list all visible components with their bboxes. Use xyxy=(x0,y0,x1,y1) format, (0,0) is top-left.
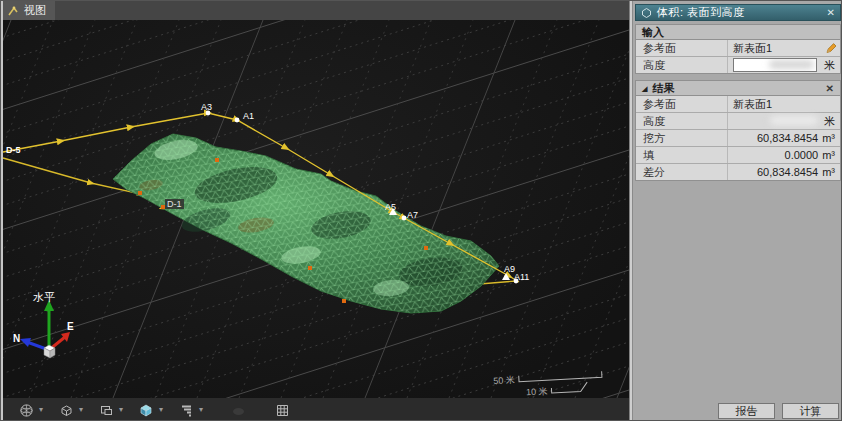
point-label-a1: A1 xyxy=(243,111,254,121)
panel-buttons: 报告 计算 xyxy=(718,403,839,419)
result-reference-value: 新表面1 xyxy=(733,97,772,112)
height-input-unit: 米 xyxy=(824,58,835,73)
blue-cube-icon xyxy=(138,402,154,418)
compass-north-label: N xyxy=(13,333,20,344)
scale-minor-label: 10 米 xyxy=(526,386,548,397)
result-cut-value: 60,834.8454 xyxy=(757,132,818,144)
solid-view-caret[interactable]: ▾ xyxy=(159,406,163,414)
terrain-mesh-surface[interactable] xyxy=(113,134,499,313)
compass-origin-cube xyxy=(44,345,55,358)
view-toolbar: ▾ ▾ ▾ xyxy=(1,398,629,421)
height-input-row: 高度 米 xyxy=(636,57,840,73)
viewport-3d[interactable]: A3 A1 D-5 A5 A7 A9 A11 D-1 xyxy=(1,20,629,398)
point-label-a7: A7 xyxy=(407,210,418,220)
point-label-d5: D-5 xyxy=(6,145,21,155)
view-box-caret[interactable]: ▾ xyxy=(79,406,83,414)
panel-title: 体积: 表面到高度 xyxy=(657,5,822,20)
input-section-header[interactable]: 输入 xyxy=(635,24,841,39)
reference-surface-label: 参考面 xyxy=(636,41,727,56)
result-fill-unit: m³ xyxy=(822,149,835,161)
edit-pencil-icon[interactable] xyxy=(825,42,837,54)
result-difference-value: 60,834.8454 xyxy=(757,166,818,178)
clear-results-icon[interactable]: ✕ xyxy=(826,83,834,94)
filter-caret[interactable]: ▾ xyxy=(199,406,203,414)
scale-bars: 50 米 10 米 xyxy=(493,370,603,398)
filter-button[interactable] xyxy=(177,401,195,419)
viewport-layout-button[interactable] xyxy=(97,401,115,419)
collapse-triangle-icon[interactable]: ◢ xyxy=(642,85,647,92)
tab-view[interactable]: 视图 xyxy=(1,1,55,20)
box-wireframe-icon xyxy=(59,403,74,418)
filter-icon xyxy=(179,403,194,418)
result-cut-label: 挖方 xyxy=(636,131,727,146)
height-input-label: 高度 xyxy=(636,58,727,73)
height-input-cell: 米 xyxy=(727,57,840,73)
result-cut-unit: m³ xyxy=(822,132,835,144)
result-height-label: 高度 xyxy=(636,114,727,129)
result-row-reference: 参考面 新表面1 xyxy=(636,96,840,113)
result-reference-label: 参考面 xyxy=(636,97,727,112)
results-section-label: 结果 xyxy=(652,81,674,96)
reference-surface-text: 新表面1 xyxy=(733,41,772,56)
volume-panel-icon xyxy=(641,7,652,18)
volume-command-panel: 体积: 表面到高度 ✕ 输入 参考面 新表面1 高度 xyxy=(633,1,842,421)
result-height-blur xyxy=(770,116,818,125)
point-label-a3: A3 xyxy=(201,102,212,112)
result-fill-value: 0.0000 xyxy=(785,149,819,161)
result-row-cut: 挖方 60,834.8454 m³ xyxy=(636,130,840,147)
height-input-blur xyxy=(769,60,814,69)
disabled-tool-button xyxy=(229,401,247,419)
application-window: 视图 xyxy=(0,0,842,421)
compass-east-label: E xyxy=(67,321,74,332)
render-mode-button[interactable] xyxy=(17,401,35,419)
reference-surface-value[interactable]: 新表面1 xyxy=(727,40,840,56)
render-mode-caret[interactable]: ▾ xyxy=(39,406,43,414)
result-fill-label: 填 xyxy=(636,148,727,163)
view-box-button[interactable] xyxy=(57,401,75,419)
point-label-d1-group: D-1 xyxy=(165,199,184,209)
orientation-compass[interactable]: 水平 N E xyxy=(13,291,74,358)
result-difference-label: 差分 xyxy=(636,165,727,180)
viewport-layout-caret[interactable]: ▾ xyxy=(119,406,123,414)
result-row-fill: 填 0.0000 m³ xyxy=(636,147,840,164)
panel-close-icon[interactable]: ✕ xyxy=(827,7,835,18)
render-sphere-icon xyxy=(19,403,34,418)
tab-view-label: 视图 xyxy=(24,3,46,18)
grid-icon xyxy=(275,403,290,418)
grid-toggle-button[interactable] xyxy=(273,401,291,419)
results-section-header[interactable]: ◢ 结果 ✕ xyxy=(635,80,841,95)
results-section-rows: 参考面 新表面1 高度 米 挖方 60,834.8454 m³ xyxy=(635,95,841,181)
view-pane: 视图 xyxy=(1,1,629,421)
dim-cloud-icon xyxy=(231,403,246,418)
window-edge xyxy=(1,1,3,421)
result-row-difference: 差分 60,834.8454 m³ xyxy=(636,164,840,180)
input-section-label: 输入 xyxy=(642,25,664,40)
report-button[interactable]: 报告 xyxy=(718,403,775,419)
compass-up-label: 水平 xyxy=(33,291,55,303)
point-label-d1: D-1 xyxy=(167,199,182,209)
scale-major-label: 50 米 xyxy=(493,375,515,386)
reference-surface-row: 参考面 新表面1 xyxy=(636,40,840,57)
result-height-unit: 米 xyxy=(824,114,835,129)
calculate-button[interactable]: 计算 xyxy=(782,403,839,419)
view-tabbar: 视图 xyxy=(1,1,629,20)
input-section-rows: 参考面 新表面1 高度 米 xyxy=(635,39,841,74)
result-difference-unit: m³ xyxy=(822,166,835,178)
result-row-height: 高度 米 xyxy=(636,113,840,130)
height-input-field[interactable] xyxy=(733,58,817,72)
solid-view-button[interactable] xyxy=(137,401,155,419)
viewport-layout-icon xyxy=(99,403,114,418)
point-label-a11: A11 xyxy=(514,272,529,282)
point-label-a5: A5 xyxy=(385,202,396,212)
view-tab-icon xyxy=(7,5,19,17)
panel-header: 体积: 表面到高度 ✕ xyxy=(635,4,841,21)
